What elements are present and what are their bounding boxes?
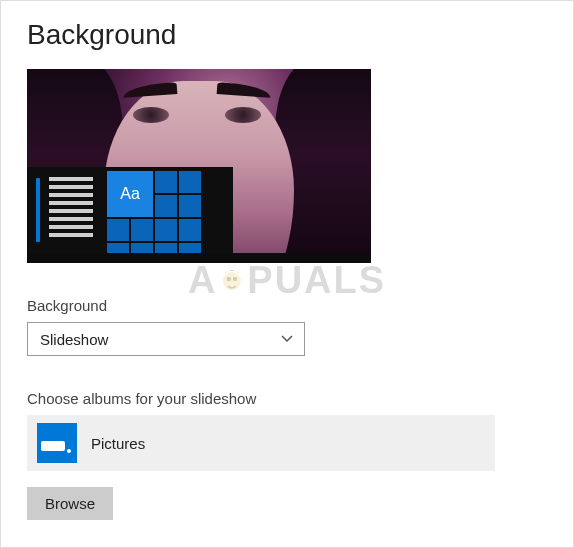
svg-point-0 bbox=[223, 272, 241, 290]
mascot-icon bbox=[215, 266, 249, 300]
albums-label: Choose albums for your slideshow bbox=[27, 390, 547, 407]
desktop-preview: Aa bbox=[27, 69, 371, 263]
album-name: Pictures bbox=[91, 435, 145, 452]
taskbar-preview: Aa bbox=[27, 167, 371, 263]
album-item[interactable]: Pictures bbox=[27, 415, 495, 471]
background-dropdown[interactable]: Slideshow bbox=[27, 322, 305, 356]
browse-button[interactable]: Browse bbox=[27, 487, 113, 520]
background-label: Background bbox=[27, 297, 547, 314]
start-menu-preview: Aa bbox=[27, 167, 233, 253]
svg-rect-2 bbox=[233, 277, 237, 281]
folder-icon bbox=[37, 423, 77, 463]
sample-tile: Aa bbox=[107, 171, 153, 217]
svg-rect-1 bbox=[227, 277, 231, 281]
page-title: Background bbox=[27, 19, 547, 51]
background-dropdown-value: Slideshow bbox=[40, 331, 108, 348]
chevron-down-icon bbox=[280, 332, 294, 346]
watermark: A PUALS bbox=[188, 259, 386, 302]
